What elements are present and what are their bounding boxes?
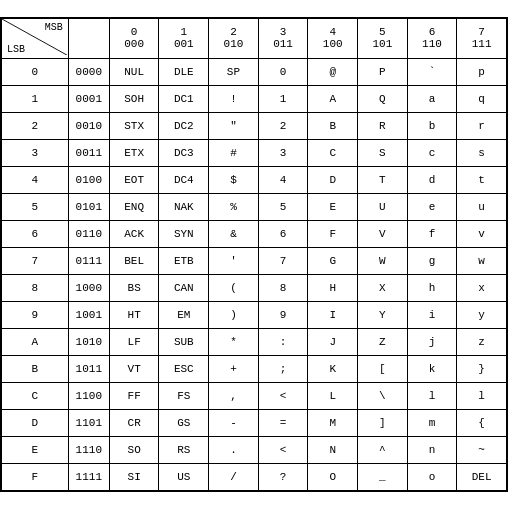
col-msb: 1 [161, 26, 206, 38]
col-msb: 5 [360, 26, 405, 38]
cell-4-5: T [358, 166, 408, 193]
cell-0-1: DLE [159, 58, 209, 85]
row-bits-label: 0001 [68, 85, 109, 112]
row-hex-label: 8 [2, 274, 69, 301]
cell-3-3: 3 [258, 139, 308, 166]
cell-4-0: EOT [109, 166, 159, 193]
cell-13-2: - [209, 409, 259, 436]
cell-11-0: VT [109, 355, 159, 382]
cell-14-3: < [258, 436, 308, 463]
cell-14-2: . [209, 436, 259, 463]
cell-3-5: S [358, 139, 408, 166]
table-row: 20010STXDC2"2BRbr [2, 112, 507, 139]
cell-6-5: V [358, 220, 408, 247]
cell-8-1: CAN [159, 274, 209, 301]
col-bits: 110 [410, 38, 455, 50]
cell-14-1: RS [159, 436, 209, 463]
table-row: 81000BSCAN(8HXhx [2, 274, 507, 301]
col-msb: 2 [211, 26, 256, 38]
cell-14-6: n [407, 436, 457, 463]
table-row: D1101CRGS-=M]m{ [2, 409, 507, 436]
cell-8-4: H [308, 274, 358, 301]
cell-13-4: M [308, 409, 358, 436]
ascii-table: MSB LSB 00001001201030114100510161107111… [0, 17, 508, 492]
row-bits-label: 0111 [68, 247, 109, 274]
cell-1-4: A [308, 85, 358, 112]
cell-0-3: 0 [258, 58, 308, 85]
col-header-4: 4100 [308, 18, 358, 58]
cell-14-0: SO [109, 436, 159, 463]
cell-2-6: b [407, 112, 457, 139]
cell-6-0: ACK [109, 220, 159, 247]
row-hex-label: 5 [2, 193, 69, 220]
cell-14-7: ~ [457, 436, 507, 463]
row-hex-label: 0 [2, 58, 69, 85]
cell-9-4: I [308, 301, 358, 328]
row-hex-label: 6 [2, 220, 69, 247]
cell-15-3: ? [258, 463, 308, 490]
cell-1-5: Q [358, 85, 408, 112]
cell-0-4: @ [308, 58, 358, 85]
row-bits-label: 0100 [68, 166, 109, 193]
table-row: F1111SIUS/?O_oDEL [2, 463, 507, 490]
col-bits: 001 [161, 38, 206, 50]
row-hex-label: 1 [2, 85, 69, 112]
cell-7-4: G [308, 247, 358, 274]
cell-12-1: FS [159, 382, 209, 409]
cell-13-0: CR [109, 409, 159, 436]
cell-12-5: \ [358, 382, 408, 409]
cell-2-2: " [209, 112, 259, 139]
cell-10-2: * [209, 328, 259, 355]
table-row: 70111BELETB'7GWgw [2, 247, 507, 274]
cell-4-3: 4 [258, 166, 308, 193]
cell-11-6: k [407, 355, 457, 382]
cell-5-5: U [358, 193, 408, 220]
cell-6-3: 6 [258, 220, 308, 247]
cell-0-6: ` [407, 58, 457, 85]
cell-15-1: US [159, 463, 209, 490]
cell-12-2: , [209, 382, 259, 409]
cell-15-6: o [407, 463, 457, 490]
cell-9-2: ) [209, 301, 259, 328]
row-bits-label: 1011 [68, 355, 109, 382]
cell-8-3: 8 [258, 274, 308, 301]
cell-9-0: HT [109, 301, 159, 328]
cell-5-6: e [407, 193, 457, 220]
col-msb: 0 [112, 26, 157, 38]
cell-13-1: GS [159, 409, 209, 436]
cell-12-0: FF [109, 382, 159, 409]
cell-2-4: B [308, 112, 358, 139]
col-bits: 111 [459, 38, 504, 50]
row-hex-label: 3 [2, 139, 69, 166]
col-bits: 011 [261, 38, 306, 50]
cell-2-5: R [358, 112, 408, 139]
cell-7-0: BEL [109, 247, 159, 274]
col-header-1: 1001 [159, 18, 209, 58]
cell-11-4: K [308, 355, 358, 382]
row-bits-label: 1001 [68, 301, 109, 328]
col-header-3: 3011 [258, 18, 308, 58]
table-row: 60110ACKSYN&6FVfv [2, 220, 507, 247]
cell-3-4: C [308, 139, 358, 166]
cell-5-3: 5 [258, 193, 308, 220]
col-msb: 4 [310, 26, 355, 38]
cell-7-3: 7 [258, 247, 308, 274]
row-hex-label: A [2, 328, 69, 355]
cell-12-6: l [407, 382, 457, 409]
cell-4-6: d [407, 166, 457, 193]
col-msb: 6 [410, 26, 455, 38]
table-row: 30011ETXDC3#3CScs [2, 139, 507, 166]
cell-4-2: $ [209, 166, 259, 193]
table-row: 00000NULDLESP0@P`p [2, 58, 507, 85]
cell-15-0: SI [109, 463, 159, 490]
cell-4-4: D [308, 166, 358, 193]
cell-5-1: NAK [159, 193, 209, 220]
cell-9-7: y [457, 301, 507, 328]
cell-12-7: l [457, 382, 507, 409]
row-bits-label: 1101 [68, 409, 109, 436]
cell-6-4: F [308, 220, 358, 247]
cell-5-7: u [457, 193, 507, 220]
col-bits: 010 [211, 38, 256, 50]
row-hex-label: F [2, 463, 69, 490]
cell-5-2: % [209, 193, 259, 220]
